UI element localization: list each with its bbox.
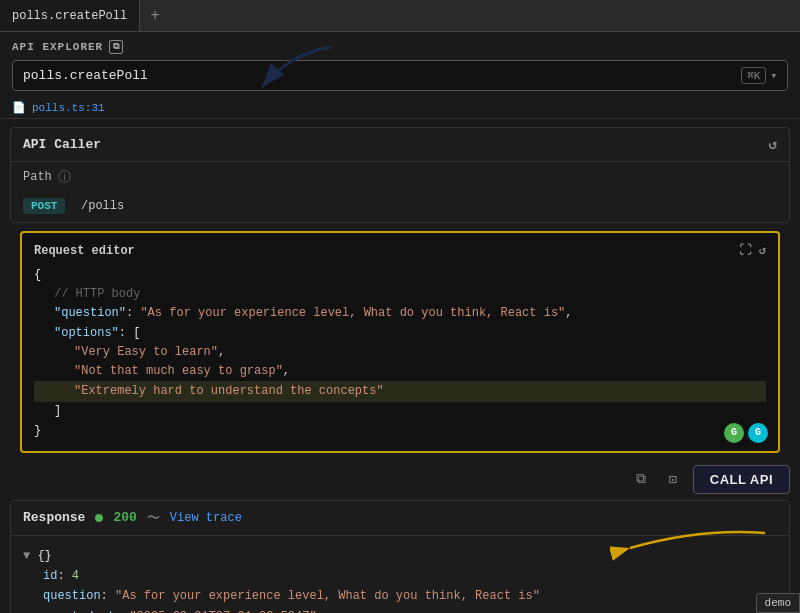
copy-tab-icon[interactable]: ⧉ bbox=[109, 40, 123, 54]
grammarly-icons: G G bbox=[724, 423, 768, 443]
search-input[interactable] bbox=[23, 68, 741, 83]
request-editor-header: Request editor ⛶ ↺ bbox=[34, 243, 766, 258]
editor-header-icons: ⛶ ↺ bbox=[739, 243, 766, 258]
api-caller-panel: API Caller ↺ Path ⓘ POST /polls bbox=[10, 127, 790, 223]
file-icon: 📄 bbox=[12, 101, 26, 114]
active-tab[interactable]: polls.createPoll bbox=[0, 0, 140, 31]
response-body: ▼ {} id: 4 question: "As for your experi… bbox=[11, 536, 789, 613]
grammarly-green-icon: G bbox=[724, 423, 744, 443]
trace-icon: 〜 bbox=[147, 509, 160, 527]
window-icon[interactable]: ⊡ bbox=[661, 467, 685, 491]
editor-bottom-icons: G G bbox=[724, 423, 768, 443]
chevron-down-icon[interactable]: ▾ bbox=[770, 69, 777, 82]
new-tab-button[interactable]: + bbox=[140, 7, 170, 25]
request-editor: Request editor ⛶ ↺ { // HTTP body "quest… bbox=[20, 231, 780, 453]
code-content: { // HTTP body "question": "As for your … bbox=[34, 266, 766, 441]
api-explorer-label: API EXPLORER ⧉ bbox=[12, 40, 788, 54]
api-caller-title: API Caller bbox=[23, 137, 101, 152]
grammarly-teal-icon: G bbox=[748, 423, 768, 443]
api-explorer-section: API EXPLORER ⧉ ⌘K ▾ bbox=[0, 32, 800, 97]
api-search-bar[interactable]: ⌘K ▾ bbox=[12, 60, 788, 91]
status-dot bbox=[95, 514, 103, 522]
response-header: Response 200 〜 View trace bbox=[11, 501, 789, 536]
editor-refresh-icon[interactable]: ↺ bbox=[759, 243, 766, 258]
api-caller-header: API Caller ↺ bbox=[11, 128, 789, 162]
path-label: Path bbox=[23, 170, 52, 184]
status-code: 200 bbox=[113, 510, 136, 525]
call-api-row: ⧉ ⊡ CALL API bbox=[0, 459, 800, 500]
source-file-text: polls.ts:31 bbox=[32, 102, 105, 114]
response-title: Response bbox=[23, 510, 85, 525]
request-editor-wrapper: Request editor ⛶ ↺ { // HTTP body "quest… bbox=[10, 231, 790, 453]
method-endpoint: POST /polls bbox=[11, 192, 789, 222]
endpoint-path: /polls bbox=[81, 199, 124, 213]
http-method: POST bbox=[23, 198, 65, 214]
copy-request-icon[interactable]: ⧉ bbox=[629, 467, 653, 491]
source-file-link[interactable]: 📄 polls.ts:31 bbox=[0, 97, 800, 119]
tab-title: polls.createPoll bbox=[12, 9, 127, 23]
call-api-button[interactable]: CALL API bbox=[693, 465, 790, 494]
keyboard-shortcut: ⌘K bbox=[741, 67, 766, 84]
info-icon: ⓘ bbox=[58, 168, 71, 186]
view-trace-link[interactable]: View trace bbox=[170, 511, 242, 525]
response-panel: Response 200 〜 View trace ▼ {} id: 4 que… bbox=[10, 500, 790, 613]
request-editor-title: Request editor bbox=[34, 244, 135, 258]
demo-badge: demo bbox=[756, 593, 800, 613]
api-path-row: Path ⓘ bbox=[11, 162, 789, 192]
refresh-icon[interactable]: ↺ bbox=[769, 136, 777, 153]
expand-icon[interactable]: ⛶ bbox=[739, 243, 751, 258]
tab-bar: polls.createPoll + bbox=[0, 0, 800, 32]
